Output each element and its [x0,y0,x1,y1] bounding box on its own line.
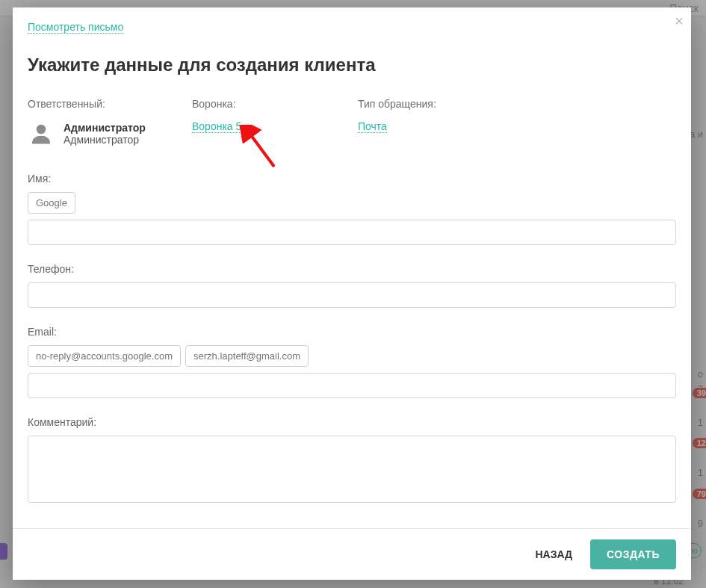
create-button[interactable]: СОЗДАТЬ [590,539,676,569]
email-field: Email: no-reply@accounts.google.com serz… [28,326,676,398]
modal-body: Посмотреть письмо Укажите данные для соз… [13,7,691,528]
name-label: Имя: [28,173,676,185]
create-client-modal: × Посмотреть письмо Укажите данные для с… [13,7,691,580]
funnel-block: Воронка: Воронка 5 [192,98,358,147]
suggestion-chip[interactable]: no-reply@accounts.google.com [28,345,181,367]
user-avatar-icon [28,120,55,147]
modal-footer: НАЗАД СОЗДАТЬ [13,528,691,580]
suggestion-chip[interactable]: Google [28,192,75,214]
suggestion-chip[interactable]: serzh.lapteff@gmail.com [185,345,309,367]
comment-field: Комментарий: [28,416,676,505]
request-type-label: Тип обращения: [358,98,676,110]
phone-input[interactable] [28,282,676,308]
request-type-select[interactable]: Почта [358,120,387,133]
responsible-label: Ответственный: [28,98,192,110]
responsible-content[interactable]: Администратор Администратор [28,120,192,147]
view-letter-link[interactable]: Посмотреть письмо [28,21,123,34]
funnel-select[interactable]: Воронка 5 [192,120,241,133]
responsible-name: Администратор [64,122,146,134]
responsible-subtitle: Администратор [64,134,146,146]
name-input[interactable] [28,220,676,245]
back-button[interactable]: НАЗАД [526,541,581,568]
svg-point-0 [37,125,46,134]
phone-field: Телефон: [28,263,676,308]
name-field: Имя: Google [28,173,676,245]
phone-label: Телефон: [28,263,676,275]
email-suggestions: no-reply@accounts.google.com serzh.lapte… [28,345,676,367]
request-type-block: Тип обращения: Почта [358,98,676,147]
modal-title: Укажите данные для создания клиента [28,55,676,75]
responsible-block: Ответственный: Администратор Администрат… [28,98,192,147]
funnel-label: Воронка: [192,98,358,110]
name-suggestions: Google [28,192,676,214]
close-icon[interactable]: × [675,13,684,28]
comment-textarea[interactable] [28,436,676,503]
info-row: Ответственный: Администратор Администрат… [28,98,676,147]
comment-label: Комментарий: [28,416,676,428]
email-label: Email: [28,326,676,338]
email-input[interactable] [28,373,676,398]
